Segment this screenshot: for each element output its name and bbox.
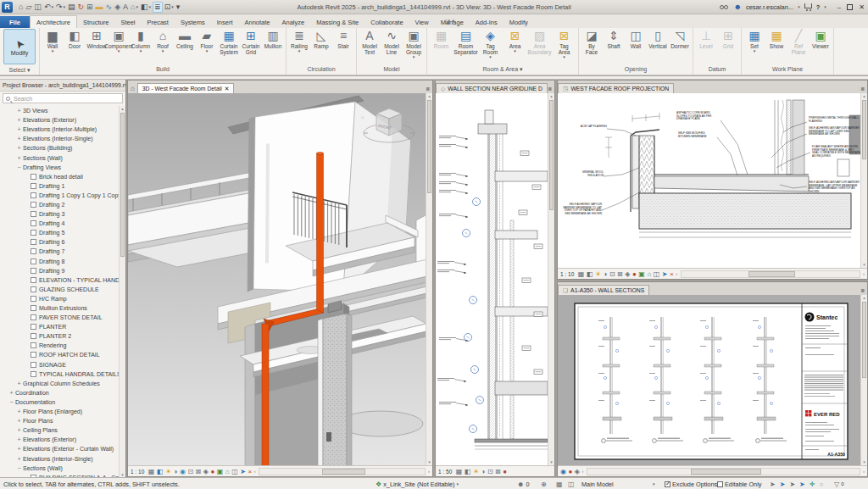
tree-expander[interactable]: + <box>15 155 23 161</box>
lock-3d-view-icon[interactable]: ◈ <box>203 468 209 475</box>
scroll-right-icon[interactable]: › <box>863 469 865 474</box>
tree-expander[interactable]: + <box>15 408 23 414</box>
text-icon[interactable]: A ▾ <box>122 2 129 13</box>
ribbon-tab[interactable]: Modify <box>504 16 534 28</box>
exclude-options-checkbox[interactable]: Exclude Options <box>665 478 717 489</box>
tree-item[interactable]: + Floor Plans (Enlarged) <box>0 407 119 416</box>
ribbon-button[interactable]: ▨ Area Boundary ▾ <box>527 28 552 59</box>
tree-item[interactable]: + 3D Views <box>0 106 119 115</box>
ribbon-button[interactable]: ⊞ Window ▾ <box>86 28 108 53</box>
scroll-right-icon[interactable]: › <box>863 271 865 276</box>
select-pinned-icon[interactable]: ➤ <box>789 481 795 488</box>
select-underlay-icon[interactable]: ➤ <box>780 481 786 488</box>
user-interface-icon[interactable]: ⊡ ▾ <box>164 2 175 13</box>
view-tab-wall-section[interactable]: ◇ WALL SECTION NEAR GRIDLINE D <box>436 83 548 93</box>
tree-item[interactable]: Drafting 7 <box>0 247 119 256</box>
tree-item[interactable]: Drafting 9 <box>0 266 119 275</box>
ribbon-tab[interactable]: Architecture <box>30 15 77 28</box>
tree-item[interactable]: Rendering <box>0 341 119 350</box>
schedules-icon[interactable]: ▦ <box>556 478 563 489</box>
roof-detail-canvas[interactable]: ACM CAP FLASHING MINERAL WOOL INSULATION… <box>558 93 860 268</box>
crop-view-icon[interactable]: ⊡ <box>487 468 493 475</box>
ribbon-tab[interactable]: Insert <box>211 16 239 28</box>
tab-list-menu-icon[interactable]: ≣ <box>426 86 432 93</box>
hide-isolate-icon[interactable]: ● <box>210 468 214 475</box>
ribbon-button[interactable]: ▦ Curtain System ▾ <box>218 28 240 59</box>
reveal-hidden-icon[interactable]: ● <box>568 468 572 475</box>
wall-section-canvas[interactable] <box>436 93 548 465</box>
ribbon-button[interactable]: ▣ Component ▾ <box>108 28 130 53</box>
ribbon-button[interactable]: ⊞ Grid ▾ <box>717 28 739 53</box>
ribbon-tab[interactable]: Massing & Site <box>310 16 364 28</box>
hide-isolate-icon[interactable]: ◉ <box>560 468 566 475</box>
help-icon[interactable]: ? <box>816 3 821 11</box>
ribbon-button[interactable]: ⌂ Roof ▾ <box>152 28 174 53</box>
worksharing-icon[interactable]: × <box>670 270 674 278</box>
store-cart-icon[interactable] <box>804 3 812 8</box>
ribbon-button[interactable]: ▬ Ceiling ▾ <box>174 28 196 53</box>
ribbon-button[interactable]: ◫ Wall ▾ <box>625 28 647 53</box>
tree-expander[interactable]: − <box>8 399 15 405</box>
visual-style-icon[interactable]: ◧ <box>157 468 164 475</box>
tree-item[interactable]: Drafting 1 Copy 1 Copy 1 Copy 1 <box>0 191 119 200</box>
user-menu-caret-icon[interactable]: ▾ <box>798 4 800 9</box>
redo-icon[interactable]: ↷ ▾ <box>55 2 66 13</box>
view-tab-roof-projection[interactable]: ◳ WEST FACADE ROOF PROJECTION <box>558 83 674 93</box>
tree-item[interactable]: + Coordination <box>0 388 119 397</box>
ribbon-button[interactable]: ≣ Railing ▾ <box>288 28 310 53</box>
tree-item[interactable]: Drafting 2 <box>0 200 119 209</box>
tree-expander[interactable]: + <box>15 145 23 151</box>
vertical-scrollbar[interactable]: ▴▾ <box>860 93 867 268</box>
tree-item[interactable]: ELEVATION - TYPICAL HANDRAIL <box>0 275 119 285</box>
tree-item[interactable]: Drafting 8 <box>0 257 119 266</box>
tree-expander[interactable]: + <box>15 446 23 452</box>
switch-windows-icon[interactable]: ⊞ ▾ <box>86 2 94 13</box>
ribbon-button[interactable]: ◹ Dormer ▾ <box>669 28 691 53</box>
render-icon[interactable]: ◉ <box>180 468 186 475</box>
tree-expander[interactable]: + <box>15 418 23 424</box>
tree-item[interactable]: − Drafting Views <box>0 163 119 172</box>
home-icon[interactable]: ⌂ ▾ <box>18 2 24 13</box>
tree-item[interactable]: + Elevations (Interior-Single) <box>0 453 119 463</box>
ribbon-tab[interactable]: Steel <box>114 16 141 28</box>
ribbon-button[interactable]: ▣ Model Group ▾ <box>403 28 425 59</box>
sun-path-icon[interactable]: ☀ <box>595 270 601 278</box>
lock-view-icon[interactable]: ◈ <box>625 270 630 278</box>
ribbon-button[interactable]: ▯ Vertical ▾ <box>647 28 669 53</box>
view-scale[interactable]: 1 : 50 <box>438 469 452 475</box>
select-by-face-icon[interactable]: ➤ <box>799 481 805 488</box>
tree-item[interactable]: SIGNAGE <box>0 360 119 370</box>
ribbon-tab[interactable]: Precast <box>142 16 175 28</box>
scroll-right-icon[interactable]: › <box>428 469 430 474</box>
3d-canvas[interactable]: FRONT ⌂ <box>128 93 426 465</box>
show-crop-icon[interactable]: ⊠ <box>196 468 202 475</box>
ribbon-button[interactable]: ▥ Mullion ▾ <box>262 28 284 53</box>
crop-view-icon[interactable]: ⊡ <box>187 468 193 475</box>
close-icon[interactable]: ✕ <box>225 86 230 92</box>
tag-icon[interactable]: ◈ ▾ <box>114 2 121 13</box>
ribbon-tab[interactable]: Add-Ins <box>470 16 504 28</box>
tree-item[interactable]: Drafting 1 <box>0 181 119 191</box>
ribbon-tab[interactable]: Annotate <box>238 16 275 28</box>
tree-item[interactable]: + Elevations (Exterior) <box>0 115 119 125</box>
manage-links-button[interactable]: ⊕ <box>541 478 547 489</box>
visual-style-icon[interactable]: ◧ <box>587 270 593 278</box>
sun-path-icon[interactable]: ☀ <box>165 468 171 475</box>
tree-item[interactable]: Brick head detail <box>0 172 119 181</box>
tree-expander[interactable]: − <box>15 465 23 471</box>
hide-isolate-icon[interactable]: ● <box>503 468 507 475</box>
ribbon-tab[interactable]: Structure <box>77 16 114 28</box>
print-icon[interactable]: ▤ ▾ <box>67 2 76 13</box>
shadows-icon[interactable]: ◑ <box>604 270 608 278</box>
ribbon-button[interactable]: ⊞ Curtain Grid ▾ <box>240 28 262 59</box>
sun-path-icon[interactable]: ☀ <box>473 468 479 475</box>
tree-item[interactable]: PLANTER 2 <box>0 331 119 341</box>
tree-item[interactable]: + Elevations (Exterior - Curtain Wall) <box>0 444 119 453</box>
project-browser-scrollbar[interactable]: ▴ ▾ <box>119 106 125 477</box>
default-3d-view-icon[interactable]: ⌂ ▾ <box>130 2 139 13</box>
tree-item[interactable]: − Documentation <box>0 397 119 407</box>
tab-list-menu-icon[interactable]: ≣ <box>548 86 554 93</box>
view-tab-sheet[interactable]: ❏ A1-A350 - WALL SECTIONS <box>558 285 649 295</box>
ribbon-button[interactable]: ╱ Ref Plane ▾ <box>787 28 810 59</box>
tree-item[interactable]: Drafting 4 <box>0 219 119 228</box>
